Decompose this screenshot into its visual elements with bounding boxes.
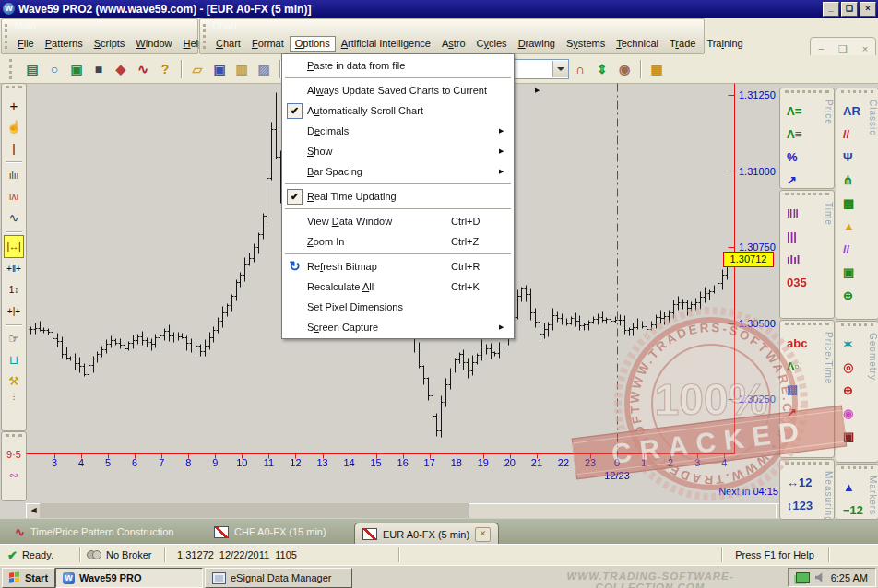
- tab-chf-a0-fx-15-min[interactable]: CHF A0-FX (15 min): [214, 519, 326, 545]
- zigzag-wave-icon[interactable]: ∿: [132, 59, 154, 79]
- band-drag-handle[interactable]: [5, 24, 11, 49]
- palette-drag-handle[interactable]: [841, 323, 873, 331]
- bars-tool-icon[interactable]: ılıı: [4, 165, 24, 186]
- palette-drag-handle[interactable]: [785, 462, 829, 469]
- compress-bar-spacing-icon[interactable]: +‖+: [4, 258, 24, 279]
- spiral-icon[interactable]: ◉: [836, 402, 878, 425]
- menu-chart[interactable]: Chart: [210, 36, 246, 52]
- nine-five-tool-icon[interactable]: 9·5: [4, 443, 24, 465]
- paste-chart-icon[interactable]: ▨: [253, 59, 275, 79]
- hand-tool-icon[interactable]: ☝: [4, 116, 24, 137]
- pyramid-icon[interactable]: ▲: [836, 215, 878, 238]
- tab-eur-a0-fx-5-min[interactable]: EUR A0-FX (5 min)✕: [354, 523, 499, 545]
- wave-tool-icon[interactable]: ∿: [4, 207, 24, 229]
- taskbar-app-esignal[interactable]: eSignal Data Manager: [205, 568, 352, 588]
- mdi-close-button[interactable]: ×: [862, 43, 868, 54]
- single-bar-step-icon[interactable]: 1↕: [4, 279, 24, 300]
- chart-horizontal-scrollbar[interactable]: ◀ ▶: [26, 503, 791, 518]
- save-icon[interactable]: ▣: [208, 59, 231, 79]
- menu-technical[interactable]: Technical: [611, 36, 664, 52]
- band-drag-handle[interactable]: [203, 24, 209, 49]
- menu-options[interactable]: Options: [290, 36, 336, 52]
- gann-grid-icon[interactable]: ▩: [836, 192, 878, 215]
- crosshair-tool-icon[interactable]: +: [4, 95, 24, 116]
- menu-patterns[interactable]: Patterns: [40, 36, 89, 52]
- combobox-dropdown-icon[interactable]: [552, 61, 568, 77]
- option-recalculate-all[interactable]: Recalculate AllCtrl+K: [282, 276, 514, 297]
- menu-trade[interactable]: Trade: [664, 36, 701, 52]
- square-of-nine-icon[interactable]: ▣: [836, 261, 878, 284]
- vertical-cursor-tool-icon[interactable]: |: [4, 137, 24, 159]
- mdi-minimize-button[interactable]: −: [818, 43, 824, 54]
- option-screen-capture[interactable]: Screen Capture▶: [282, 317, 514, 337]
- palette-drag-handle[interactable]: [785, 323, 829, 330]
- minimize-button[interactable]: _: [823, 2, 839, 17]
- taskbar-app-wave59[interactable]: W Wave59 PRO: [55, 568, 203, 588]
- pointer-hand-icon[interactable]: ☞: [4, 328, 24, 349]
- palette-drag-handle[interactable]: [785, 193, 829, 200]
- network-tray-icon[interactable]: [796, 572, 810, 583]
- pitchfork-icon[interactable]: Ψ: [836, 146, 878, 169]
- menu-training[interactable]: Training: [701, 36, 748, 52]
- new-window-icon[interactable]: ■: [88, 59, 110, 79]
- tab-close-icon[interactable]: ✕: [475, 527, 491, 542]
- magnet-icon[interactable]: ∩: [569, 59, 591, 79]
- open-icon[interactable]: ▱: [186, 59, 208, 79]
- time-bars-icon[interactable]: ılıl: [780, 248, 834, 271]
- palette-scroll-icon[interactable]: ⋮: [2, 392, 26, 403]
- fan-lines-green-icon[interactable]: ⋔: [836, 169, 878, 192]
- option-bar-spacing[interactable]: Bar Spacing▶: [282, 161, 514, 182]
- menu-window[interactable]: Window: [130, 36, 177, 52]
- price-extension-icon[interactable]: Λ≡: [780, 123, 834, 146]
- menu-artificial-intelligence[interactable]: Artificial Intelligence: [336, 36, 436, 52]
- menu-file[interactable]: File: [12, 36, 40, 52]
- menu-systems[interactable]: Systems: [561, 36, 611, 52]
- restore-button[interactable]: ❏: [841, 2, 858, 17]
- option-set-pixel-dimensions[interactable]: Set Pixel Dimensions: [282, 297, 514, 317]
- speaker-tray-icon[interactable]: [815, 572, 825, 582]
- percent-change-icon[interactable]: %: [780, 146, 834, 169]
- palette-drag-handle[interactable]: [6, 434, 22, 441]
- new-astro-chart-icon[interactable]: ○: [43, 59, 65, 79]
- squiggle-tool-icon[interactable]: ∾: [4, 465, 24, 486]
- export-help-icon[interactable]: ?: [154, 59, 176, 79]
- option-zoom-in[interactable]: Zoom InCtrl+Z: [282, 231, 514, 252]
- toolbar-drag-handle[interactable]: [9, 59, 16, 79]
- start-button[interactable]: Start: [2, 568, 55, 588]
- palette-drag-handle[interactable]: [841, 90, 873, 98]
- palette-drag-handle[interactable]: [6, 86, 22, 93]
- image-capture-icon[interactable]: ▦: [646, 59, 668, 79]
- expand-bar-spacing-icon[interactable]: |↔|: [4, 235, 24, 258]
- delete-tool-icon[interactable]: ⊔: [4, 349, 24, 370]
- copy-chart-icon[interactable]: ▥: [231, 59, 253, 79]
- option-paste-in-data-from-file[interactable]: Paste in data from file: [282, 55, 514, 76]
- pattern-bars-tool-icon[interactable]: ıʌı: [4, 186, 24, 207]
- ellipse-icon[interactable]: ⊕: [836, 379, 878, 402]
- trend-vector-icon[interactable]: ↗: [780, 401, 834, 424]
- tab-time-price-pattern-construction[interactable]: ∿Time/Price Pattern Construction: [15, 519, 173, 545]
- menu-astro[interactable]: Astro: [436, 36, 471, 52]
- close-button[interactable]: ×: [860, 2, 876, 17]
- option-real-time-updating[interactable]: ✔Real Time Updating: [282, 186, 514, 206]
- vertical-scale-icon[interactable]: ⇕: [591, 59, 613, 79]
- planetary-lines-icon[interactable]: ⊕: [836, 284, 878, 307]
- option-refresh-bitmap[interactable]: ↻Refresh BitmapCtrl+R: [282, 256, 514, 276]
- menu-format[interactable]: Format: [246, 36, 290, 52]
- mdi-restore-button[interactable]: ❏: [838, 43, 848, 55]
- menu-scripts[interactable]: Scripts: [89, 36, 131, 52]
- option-decimals[interactable]: Decimals▶: [282, 121, 514, 141]
- drawing-shapes-icon[interactable]: ◆: [110, 59, 132, 79]
- scrollbar-track[interactable]: [40, 503, 777, 518]
- time-counts-icon[interactable]: 035: [780, 271, 834, 294]
- option-always-update-saved-charts-to-current[interactable]: Always Update Saved Charts to Current▶: [282, 80, 514, 100]
- price-projection-icon[interactable]: ↗: [780, 169, 834, 189]
- menu-drawing[interactable]: Drawing: [513, 36, 561, 52]
- menu-cycles[interactable]: Cycles: [471, 36, 513, 52]
- option-show[interactable]: Show▶: [282, 141, 514, 161]
- palette-drag-handle[interactable]: [841, 466, 873, 474]
- palette-drag-handle[interactable]: [785, 90, 829, 98]
- option-view-data-window[interactable]: View Data WindowCtrl+D: [282, 211, 514, 231]
- center-bar-icon[interactable]: +|+: [4, 300, 24, 322]
- time-lines-icon[interactable]: |||: [780, 225, 834, 248]
- settings-wrench-icon[interactable]: ⚒: [4, 370, 24, 392]
